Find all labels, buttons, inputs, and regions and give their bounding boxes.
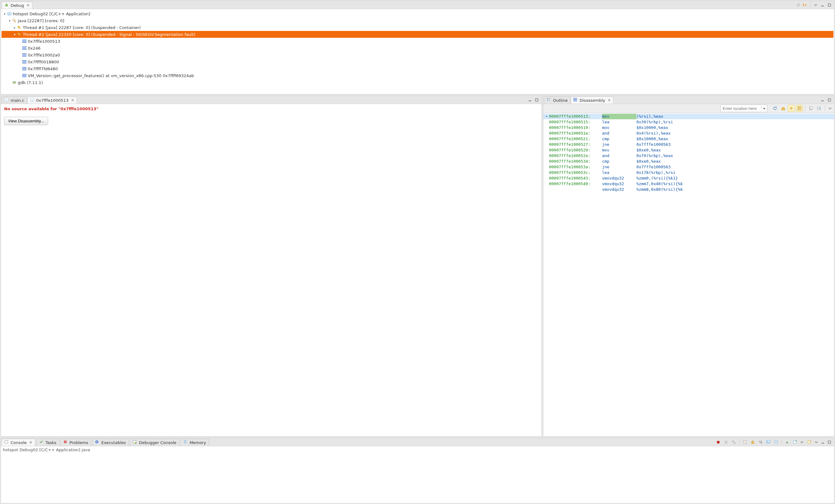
minimize-icon[interactable] — [820, 2, 825, 8]
tree-thread-2[interactable]: ▾ Thread #2 [java] 22320 [core: 0] (Susp… — [2, 31, 833, 38]
scroll-lock-icon[interactable] — [749, 439, 756, 446]
disassembly-line[interactable]: 00007fffe100053c:lea0x178(%rbp),%rsi — [543, 170, 834, 176]
disassembly-line[interactable]: 00007fffe1000521:cmp$0x10000,%eax — [543, 136, 834, 142]
expand-toggle-icon[interactable]: ▾ — [8, 19, 12, 22]
maximize-icon[interactable] — [827, 2, 832, 8]
disassembly-line[interactable]: 00007fffe100052e:and0xf0(%rbp),%eax — [543, 153, 834, 159]
tab-main-c[interactable]: c main.c — [2, 97, 27, 104]
disassembly-line[interactable]: 00007fffe1000543:vmovdqu32%zmm0,(%rsi){%… — [543, 176, 834, 181]
terminate-icon[interactable] — [715, 439, 722, 446]
tab-outline[interactable]: Outline — [544, 97, 571, 104]
show-source-icon[interactable] — [796, 105, 803, 112]
pin-console-icon[interactable] — [765, 439, 772, 446]
disassembly-line[interactable]: 00007fffe1000534:cmp$0xe0,%eax — [543, 159, 834, 164]
tab-address[interactable]: c 0x7fffe1000513 ✕ — [27, 97, 77, 104]
svg-rect-14 — [22, 48, 26, 48]
disassembly-line[interactable]: 00007fffe1000515:lea0x30(%rbp),%rsi — [543, 119, 834, 125]
disasm-opcode: cmp — [602, 136, 636, 142]
tab-executables[interactable]: Executables — [92, 439, 129, 446]
expand-toggle-icon[interactable]: ▸ — [13, 26, 17, 29]
minimize-icon[interactable] — [820, 439, 826, 445]
close-icon[interactable]: ✕ — [69, 98, 74, 102]
tree-stackframe[interactable]: 0x7fffe10002a0 — [2, 52, 833, 58]
chevron-down-icon[interactable]: ▾ — [761, 106, 767, 111]
location-combo[interactable]: ▾ — [720, 105, 767, 112]
skip-breakpoints-icon[interactable] — [796, 2, 801, 8]
link-with-active-debug-context-icon[interactable] — [788, 105, 795, 112]
disassembly-line[interactable]: 00007fffe1000527:jne0x7fffe1000563 — [543, 142, 834, 147]
disasm-opcode: vmovdqu32 — [602, 176, 636, 181]
svg-rect-12 — [22, 42, 26, 43]
tab-tasks[interactable]: Tasks — [37, 439, 59, 446]
maximize-icon[interactable] — [827, 97, 832, 103]
home-icon[interactable] — [780, 105, 787, 112]
open-console-icon[interactable] — [791, 439, 798, 446]
svg-rect-35 — [535, 99, 538, 101]
tree-gdb[interactable]: gdb (7.11.1) — [2, 79, 833, 86]
goto-address-icon[interactable] — [816, 105, 822, 112]
view-menu-icon[interactable] — [799, 439, 805, 445]
disassembly-listing[interactable]: ➔00007fffe1000513:mov(%rsi),%eax 00007ff… — [543, 113, 834, 436]
tree-stackframe[interactable]: VM_Version::get_processor_features() at … — [2, 72, 833, 79]
clear-console-icon[interactable] — [741, 439, 748, 446]
disasm-operands: 0x4(%rsi),%eax — [636, 130, 671, 136]
tab-disassembly[interactable]: Disassembly ✕ — [571, 97, 614, 104]
instruction-pointer-icon — [545, 159, 549, 164]
disassembly-line[interactable]: ➔00007fffe1000513:mov(%rsi),%eax — [543, 114, 834, 119]
display-selected-console-icon[interactable] — [773, 439, 779, 446]
svg-rect-65 — [821, 443, 824, 443]
disassembly-line[interactable]: 00007fffe1000529:mov$0xe0,%eax — [543, 147, 834, 153]
tab-memory[interactable]: Memory — [181, 439, 209, 446]
maximize-icon[interactable] — [534, 97, 539, 103]
tree-gdb-label: gdb (7.11.1) — [17, 80, 43, 85]
view-menu-icon[interactable] — [827, 105, 833, 111]
new-console-view-icon[interactable] — [806, 439, 813, 446]
close-icon[interactable]: ✕ — [28, 440, 33, 445]
maximize-icon[interactable] — [827, 439, 832, 445]
tab-debugger-console-label: Debugger Console — [139, 440, 177, 445]
tab-console[interactable]: Console ✕ — [2, 439, 35, 446]
tree-stackframe[interactable]: 0x7ffff7fd6480 — [2, 65, 833, 72]
console-body[interactable]: hotspot Debug02 [C/C++ Application] java — [1, 446, 834, 503]
location-input[interactable] — [721, 106, 761, 111]
word-wrap-icon[interactable] — [757, 439, 764, 446]
tab-debugger-console[interactable]: Debugger Console — [130, 439, 179, 446]
disasm-opcode: and — [602, 130, 636, 136]
svg-rect-17 — [22, 55, 26, 55]
tree-launch-config[interactable]: ▾ c hotspot Debug02 [C/C++ Application] — [2, 10, 833, 17]
tree-thread-1[interactable]: ▸ Thread #1 [java] 22287 [core: 0] (Susp… — [2, 24, 833, 31]
view-menu-icon[interactable] — [813, 2, 818, 8]
tree-stackframe[interactable]: 0x7fffe1000513 — [2, 38, 833, 45]
view-disassembly-button[interactable]: View Disassembly... — [4, 117, 48, 125]
close-icon[interactable]: ✕ — [606, 98, 611, 102]
disasm-address: 00007fffe1000529: — [549, 147, 602, 153]
disasm-opcode: mov — [602, 147, 636, 153]
tree-stackframe[interactable]: 0x246 — [2, 45, 833, 52]
disassembly-line[interactable]: 00007fffe100051e:and0x4(%rsi),%eax — [543, 130, 834, 136]
disasm-operands: $0xe0,%eax — [636, 147, 661, 153]
expand-toggle-icon[interactable]: ▾ — [3, 12, 6, 16]
copy-icon[interactable] — [808, 105, 814, 112]
show-console-when-output-icon[interactable] — [783, 439, 790, 446]
refresh-icon[interactable] — [772, 105, 778, 112]
instruction-pointer-icon — [545, 130, 549, 136]
tab-debug[interactable]: Debug ✕ — [2, 2, 33, 9]
disassembly-line[interactable]: 00007fffe100053a:jne0x7fffe1000563 — [543, 164, 834, 170]
close-icon[interactable]: ✕ — [25, 3, 30, 7]
debug-tree[interactable]: ▾ c hotspot Debug02 [C/C++ Application] … — [1, 9, 834, 94]
disassembly-line[interactable]: 00007fffe1000549:vmovdqu32%zmm7,0x40(%rs… — [543, 181, 834, 187]
disassembly-line[interactable]: vmovdqu32%zmm8,0x80(%rsi){%k — [543, 187, 834, 193]
remove-launch-icon[interactable] — [722, 439, 730, 446]
minimize-icon[interactable] — [820, 97, 825, 103]
tab-problems[interactable]: Problems — [61, 439, 91, 446]
disassembly-icon — [573, 98, 578, 103]
view-menu-icon[interactable] — [813, 439, 819, 445]
tree-stackframe[interactable]: 0x7ffff0018800 — [2, 58, 833, 65]
step-return-icon[interactable] — [802, 2, 808, 8]
tree-process[interactable]: ▾ java [22287] [cores: 0] — [2, 17, 833, 24]
disassembly-line[interactable]: 00007fffe1000519:mov$0x10000,%eax — [543, 125, 834, 130]
remove-all-terminated-icon[interactable] — [730, 439, 737, 446]
minimize-icon[interactable] — [527, 97, 533, 103]
svg-point-8 — [13, 19, 15, 21]
expand-toggle-icon[interactable]: ▾ — [13, 33, 17, 36]
